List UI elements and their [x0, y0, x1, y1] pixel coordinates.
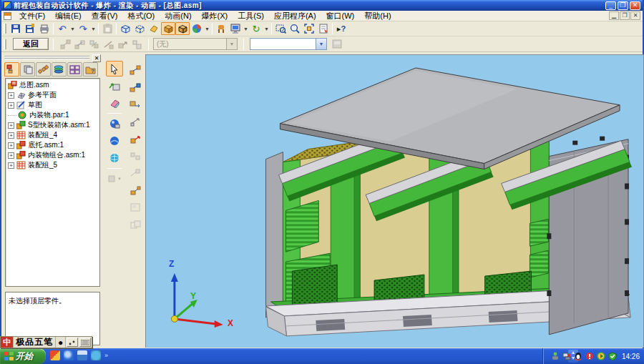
- auto-explode-tool-button[interactable]: [127, 62, 144, 78]
- tab-pathfinder[interactable]: [4, 62, 19, 77]
- menu-explode[interactable]: 爆炸(X): [197, 10, 233, 22]
- document-icon[interactable]: [4, 12, 11, 20]
- menu-animation[interactable]: 动画(N): [160, 10, 196, 22]
- save-configuration-button[interactable]: [330, 38, 344, 51]
- refresh-dropdown[interactable]: ▼: [263, 22, 270, 35]
- paste-button[interactable]: [100, 22, 114, 35]
- expand-icon[interactable]: +: [8, 162, 14, 169]
- render-scene-button[interactable]: [106, 116, 123, 132]
- tab-family[interactable]: [36, 62, 51, 77]
- monitor-button[interactable]: [228, 22, 243, 35]
- material-button[interactable]: [214, 22, 228, 35]
- undo-dropdown[interactable]: ▼: [69, 22, 76, 35]
- mdi-close-button[interactable]: ✕: [630, 11, 640, 20]
- explode-level-combo[interactable]: (无) ▼: [153, 38, 238, 50]
- flow-line-button[interactable]: [101, 38, 115, 51]
- undo-button[interactable]: ↶: [55, 22, 69, 35]
- shaded-with-edges-button[interactable]: [175, 22, 190, 35]
- toolbar-grip[interactable]: [4, 39, 6, 49]
- tree-item[interactable]: + 参考平面: [8, 90, 99, 100]
- ime-softkeyboard-button[interactable]: [79, 338, 91, 347]
- viewport-3d[interactable]: Z Y X: [145, 54, 644, 348]
- expand-icon[interactable]: +: [8, 102, 14, 109]
- settings-tool-button-2[interactable]: [127, 217, 144, 232]
- explode-button[interactable]: [72, 38, 87, 51]
- ime-shape-button[interactable]: ●: [56, 337, 66, 348]
- tab-library[interactable]: [20, 62, 35, 77]
- render-sphere-button[interactable]: [190, 22, 204, 35]
- reposition-tool-button[interactable]: [127, 97, 144, 112]
- media-player-icon[interactable]: [50, 350, 60, 360]
- flow-line-tool-button[interactable]: [127, 114, 144, 129]
- face-shade-button[interactable]: [147, 22, 161, 35]
- collapse-button[interactable]: [130, 38, 144, 51]
- bind-tool-button[interactable]: [127, 182, 144, 198]
- wireframe-visible-edges-button[interactable]: [118, 22, 132, 35]
- menu-file[interactable]: 文件(F): [14, 10, 50, 22]
- tree-item[interactable]: + 装配组_4: [8, 130, 99, 140]
- zoom-area-button[interactable]: [273, 22, 288, 35]
- monitor-dropdown[interactable]: ▼: [243, 22, 249, 35]
- activate-part-button[interactable]: [106, 78, 123, 94]
- agent-tray-icon[interactable]: [551, 352, 560, 360]
- back-button[interactable]: 返回: [13, 38, 49, 50]
- tree-item[interactable]: + 装配组_5: [8, 160, 99, 170]
- move-part-button[interactable]: [115, 38, 130, 51]
- network-offline-icon[interactable]: [562, 352, 571, 360]
- tree-item[interactable]: + 草图: [8, 100, 99, 110]
- mdi-minimize-button[interactable]: ▁: [609, 11, 619, 20]
- menu-view[interactable]: 查看(V): [87, 10, 123, 22]
- menu-format[interactable]: 格式(O): [122, 10, 160, 22]
- expand-icon[interactable]: +: [8, 132, 14, 139]
- more-tools-flyout-button[interactable]: ▾: [106, 171, 123, 187]
- zoom-button[interactable]: [288, 22, 302, 35]
- tree-item[interactable]: + S型快装箱体.asm:1: [8, 120, 99, 130]
- security-alert-icon[interactable]: [585, 352, 594, 360]
- show-desktop-icon[interactable]: [77, 350, 87, 360]
- shaded-button[interactable]: [161, 22, 175, 35]
- refresh-button[interactable]: ↻: [249, 22, 263, 35]
- internet-explorer-icon[interactable]: [64, 350, 74, 360]
- render-sphere-dropdown[interactable]: ▼: [204, 22, 210, 35]
- move-part-tool-button[interactable]: [127, 131, 144, 147]
- tree-item[interactable]: + 底托.asm:1: [8, 140, 99, 150]
- menu-window[interactable]: 窗口(W): [321, 10, 360, 22]
- menu-tools[interactable]: 工具(S): [233, 10, 269, 22]
- menu-edit[interactable]: 编辑(E): [50, 10, 87, 22]
- panel-splitter[interactable]: [5, 287, 100, 291]
- qq-messenger-icon[interactable]: [574, 352, 582, 360]
- taskbar-clock[interactable]: 14:26: [622, 353, 640, 360]
- menu-applications[interactable]: 应用程序(A): [269, 10, 321, 22]
- restore-button[interactable]: ❐: [618, 1, 628, 10]
- redo-dropdown[interactable]: ▼: [90, 22, 97, 35]
- edgebar-grip[interactable]: ✕: [3, 54, 102, 62]
- ime-punctuation-button[interactable]: [67, 338, 78, 347]
- quick-launch-overflow[interactable]: »: [104, 352, 108, 359]
- context-help-button[interactable]: ▸?: [334, 22, 348, 35]
- eraser-tool-button[interactable]: [106, 95, 123, 111]
- tree-item[interactable]: 总图.asm: [8, 80, 99, 90]
- ime-language-button[interactable]: 中: [1, 337, 14, 348]
- antivirus-icon[interactable]: [597, 352, 605, 360]
- tab-sensors[interactable]: [67, 62, 82, 77]
- toolbar-grip[interactable]: [4, 24, 6, 34]
- tab-assistant[interactable]: ?: [83, 62, 98, 77]
- explode-tool-button[interactable]: [127, 79, 144, 95]
- browser-globe-icon[interactable]: [91, 350, 101, 360]
- tab-layers[interactable]: [52, 62, 67, 77]
- start-button[interactable]: 开始: [0, 348, 46, 364]
- expand-icon[interactable]: +: [8, 152, 14, 159]
- render-session-button[interactable]: [106, 133, 123, 149]
- fit-button[interactable]: [302, 22, 316, 35]
- shield-icon[interactable]: [608, 352, 617, 360]
- expand-icon[interactable]: +: [8, 92, 14, 99]
- print-button[interactable]: [37, 22, 52, 35]
- minimize-button[interactable]: _: [605, 1, 616, 10]
- sheet-view-button[interactable]: [316, 22, 331, 35]
- render-preview-button[interactable]: [106, 150, 123, 166]
- expand-icon[interactable]: +: [8, 142, 14, 149]
- configuration-combo[interactable]: ▼: [250, 38, 327, 50]
- remove-part-tool-button[interactable]: [127, 148, 144, 164]
- save-button[interactable]: [9, 22, 23, 35]
- menu-help[interactable]: 帮助(H): [359, 10, 396, 22]
